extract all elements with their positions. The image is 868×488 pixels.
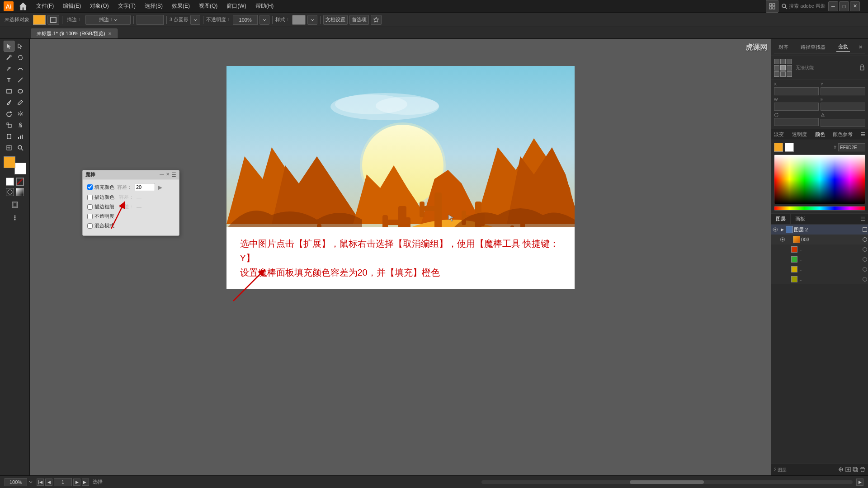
menu-help[interactable]: 帮助(H) — [252, 1, 278, 11]
chart-tool[interactable] — [15, 131, 26, 142]
layers-tab[interactable]: 图层 — [771, 214, 791, 224]
curvature-tool[interactable] — [15, 63, 26, 74]
layer-003-row[interactable]: 003 — [771, 235, 868, 244]
layer-olive-row[interactable]: ... — [771, 274, 868, 284]
color-panel-menu[interactable]: ☰ — [861, 131, 865, 137]
home-icon[interactable] — [18, 1, 28, 11]
ellipse-tool[interactable] — [15, 86, 26, 97]
layer-green-eye[interactable] — [784, 256, 790, 263]
color-tab[interactable]: 颜色 — [815, 131, 825, 138]
style-dropdown[interactable] — [307, 15, 317, 25]
rotate-tool[interactable] — [4, 108, 14, 119]
type-tool[interactable]: T — [4, 75, 14, 85]
fill-color-checkbox[interactable] — [87, 184, 93, 190]
align-br[interactable] — [787, 71, 792, 77]
stroke-width-checkbox[interactable] — [87, 204, 93, 210]
bg-color-swatch[interactable] — [785, 143, 794, 152]
blend-mode-checkbox[interactable] — [87, 223, 93, 229]
layer-2-eye[interactable] — [772, 226, 778, 233]
brush-mode-select[interactable]: 揣边： — [85, 15, 131, 25]
reflect-tool[interactable] — [15, 108, 26, 119]
layer-red-eye[interactable] — [784, 246, 790, 253]
hue-slider[interactable] — [774, 206, 865, 211]
stroke-color-checkbox[interactable] — [87, 195, 93, 200]
lock-icon[interactable] — [859, 64, 865, 72]
panel-minimize-btn[interactable]: — — [160, 172, 164, 178]
align-mr[interactable] — [787, 65, 792, 70]
page-input[interactable] — [54, 478, 72, 486]
menu-effect[interactable]: 效果(E) — [168, 1, 193, 11]
transparency-tab[interactable]: 透明度 — [792, 131, 807, 138]
transform-tab[interactable]: 变换 — [836, 42, 850, 52]
x-input[interactable] — [774, 87, 819, 95]
layer-yellow-eye[interactable] — [784, 266, 790, 272]
lasso-tool[interactable] — [15, 52, 26, 63]
align-tr[interactable] — [787, 59, 792, 64]
background-color-box[interactable] — [14, 163, 26, 174]
zoom-input[interactable] — [5, 478, 27, 486]
paintbrush-tool[interactable] — [4, 97, 14, 108]
artboards-tab[interactable]: 画板 — [791, 214, 810, 224]
align-tab[interactable]: 对齐 — [777, 43, 790, 52]
more-tools[interactable] — [9, 212, 20, 223]
next-page-btn[interactable]: ▶ — [73, 479, 80, 486]
align-mc[interactable] — [780, 65, 786, 70]
first-page-btn[interactable]: |◀ — [37, 479, 44, 486]
artboard-tool[interactable] — [9, 199, 20, 210]
opacity-input[interactable] — [233, 15, 258, 25]
stroke-icon[interactable] — [47, 15, 59, 25]
minimize-button[interactable]: ─ — [828, 1, 838, 11]
align-tl[interactable] — [774, 59, 779, 64]
y-input[interactable] — [821, 87, 865, 95]
maximize-button[interactable]: □ — [839, 1, 849, 11]
zoom-tool[interactable] — [15, 142, 26, 153]
menu-view[interactable]: 视图(Q) — [195, 1, 221, 11]
layer-003-eye[interactable] — [779, 236, 786, 243]
arrange-button[interactable] — [766, 0, 778, 13]
pen-tool[interactable] — [4, 63, 14, 74]
gradient-btn[interactable] — [16, 188, 24, 196]
layer-new-btn[interactable] — [845, 467, 851, 473]
tolerance-input[interactable] — [135, 183, 155, 191]
brush-select[interactable] — [190, 15, 200, 25]
layer-duplicate-btn[interactable] — [853, 467, 858, 473]
style-select[interactable] — [292, 15, 306, 25]
free-transform-tool[interactable] — [4, 131, 14, 142]
opacity-dropdown[interactable] — [259, 15, 269, 25]
align-tc[interactable] — [780, 59, 786, 64]
pathfinder-tab[interactable]: 路径查找器 — [799, 43, 827, 52]
white-fill-btn[interactable] — [6, 178, 14, 186]
align-bc[interactable] — [780, 71, 786, 77]
scroll-right-btn[interactable]: ▶ — [856, 479, 863, 486]
rotate-input[interactable] — [774, 118, 819, 126]
h-scrollbar[interactable] — [481, 480, 853, 484]
menu-window[interactable]: 窗口(W) — [223, 1, 250, 11]
color-spectrum[interactable] — [774, 155, 865, 204]
menu-text[interactable]: 文字(T) — [114, 1, 139, 11]
width-input[interactable] — [137, 15, 164, 25]
opacity-checkbox[interactable] — [87, 214, 93, 219]
tolerance-expand-btn[interactable]: ▶ — [158, 184, 162, 191]
layer-2-expand[interactable]: ▶ — [779, 227, 785, 232]
layer-delete-btn[interactable] — [860, 467, 865, 473]
menu-select[interactable]: 选择(S) — [141, 1, 166, 11]
h-input[interactable] — [821, 103, 865, 111]
rect-tool[interactable] — [4, 86, 14, 97]
panel-menu-icon[interactable]: ☰ — [171, 172, 176, 178]
align-bl[interactable] — [774, 71, 779, 77]
gradient-tab[interactable]: 淡变 — [774, 131, 784, 138]
w-input[interactable] — [774, 103, 819, 111]
layer-green-row[interactable]: ... — [771, 254, 868, 264]
preferences-button[interactable]: 首选项 — [349, 15, 369, 25]
foreground-color-box[interactable] — [4, 156, 15, 168]
menu-file[interactable]: 文件(F) — [33, 1, 57, 11]
select-tool[interactable] — [4, 41, 14, 52]
h-scrollbar-thumb[interactable] — [630, 480, 704, 484]
panel-close-right[interactable]: ✕ — [859, 44, 863, 50]
pencil-tool[interactable] — [15, 97, 26, 108]
scale-tool[interactable] — [4, 120, 14, 131]
document-tab[interactable]: 未标题-1* @ 100% (RGB/预览) ✕ — [31, 28, 118, 38]
slice-tool[interactable] — [4, 142, 14, 153]
layers-panel-menu[interactable]: ☰ — [861, 216, 868, 222]
doc-settings-button[interactable]: 文档设置 — [323, 15, 348, 25]
